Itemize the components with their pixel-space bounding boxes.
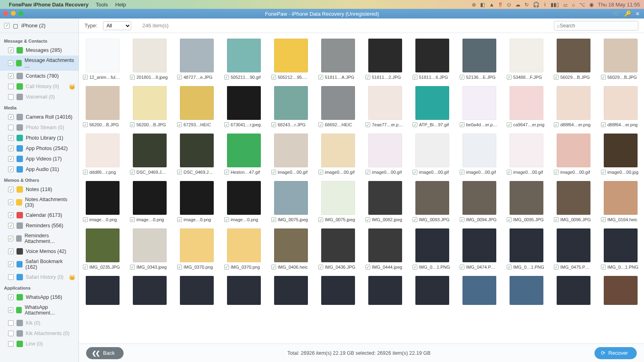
thumbnail-checkbox[interactable] bbox=[554, 122, 559, 127]
thumbnail-image[interactable] bbox=[86, 39, 120, 72]
type-select[interactable]: All bbox=[103, 21, 131, 30]
sidebar-checkbox[interactable] bbox=[8, 135, 14, 141]
sidebar-checkbox[interactable] bbox=[8, 156, 14, 162]
thumbnail-cell[interactable] bbox=[460, 276, 499, 305]
battery-icon[interactable]: ▮▮▯ bbox=[551, 2, 559, 8]
thumbnail-image[interactable] bbox=[274, 39, 308, 72]
thumbnail-checkbox[interactable] bbox=[365, 75, 370, 80]
thumbnail-image[interactable] bbox=[227, 181, 261, 215]
thumbnail-cell[interactable]: ATP_Bi…97.gif bbox=[413, 86, 452, 127]
thumbnail-checkbox[interactable] bbox=[224, 170, 229, 175]
minimize-button[interactable] bbox=[11, 11, 16, 16]
thumbnail-checkbox[interactable] bbox=[83, 265, 88, 269]
thumbnail-cell[interactable] bbox=[271, 276, 310, 305]
thumbnail-cell[interactable]: image0…00.jpg bbox=[601, 134, 640, 175]
thumbnail-image[interactable] bbox=[557, 86, 590, 120]
thumbnail-image[interactable] bbox=[274, 86, 308, 120]
sidebar-checkbox[interactable] bbox=[8, 73, 14, 79]
thumbnail-cell[interactable]: IMG_0474.PNG bbox=[460, 228, 499, 269]
thumbnail-image[interactable] bbox=[180, 86, 214, 120]
thumbnail-cell[interactable] bbox=[413, 276, 452, 305]
thumbnail-cell[interactable]: IMG_0082.jpeg bbox=[365, 181, 405, 222]
thumbnail-image[interactable] bbox=[368, 86, 402, 120]
status-icon[interactable]: ◧ bbox=[480, 2, 485, 8]
menu-help[interactable]: Help bbox=[115, 2, 126, 8]
sidebar-checkbox[interactable] bbox=[8, 94, 14, 100]
sidebar-checkbox[interactable] bbox=[8, 60, 13, 66]
thumbnail-image[interactable] bbox=[557, 39, 590, 72]
thumbnail-image[interactable] bbox=[368, 228, 402, 262]
thumbnail-checkbox[interactable] bbox=[177, 170, 182, 175]
sidebar-checkbox[interactable] bbox=[8, 294, 14, 300]
thumbnail-checkbox[interactable] bbox=[507, 265, 512, 269]
thumbnail-checkbox[interactable] bbox=[413, 122, 417, 127]
wifi-icon[interactable]: ⚍ bbox=[563, 2, 568, 8]
thumbnail-cell[interactable]: IMG_0164.heic bbox=[601, 181, 640, 222]
thumbnail-image[interactable] bbox=[415, 276, 449, 305]
sidebar-item-notesatt[interactable]: Notes Attachments (33) bbox=[0, 195, 78, 210]
thumbnail-image[interactable] bbox=[462, 276, 496, 305]
thumbnail-checkbox[interactable] bbox=[271, 170, 276, 175]
thumbnail-image[interactable] bbox=[557, 228, 590, 262]
thumbnail-cell[interactable] bbox=[554, 276, 593, 305]
thumbnail-image[interactable] bbox=[321, 276, 355, 305]
thumbnail-image[interactable] bbox=[510, 276, 543, 305]
thumbnail-image[interactable] bbox=[604, 86, 638, 120]
thumbnail-image[interactable] bbox=[227, 228, 261, 262]
thumbnail-cell[interactable]: IMG_0343.jpeg bbox=[130, 228, 169, 269]
thumbnail-checkbox[interactable] bbox=[83, 217, 88, 222]
thumbnail-cell[interactable]: IMG_0370.png bbox=[224, 228, 263, 269]
thumbnail-cell[interactable]: image…0.png bbox=[130, 181, 169, 222]
sidebar-list[interactable]: Message & ContactsMessages (285)Message … bbox=[0, 33, 78, 362]
thumbnail-checkbox[interactable] bbox=[83, 170, 88, 175]
thumbnail-cell[interactable]: IMG_0235.JPG bbox=[83, 228, 122, 269]
thumbnail-cell[interactable]: IMG_0444.jpeg bbox=[365, 228, 405, 269]
sidebar-checkbox[interactable] bbox=[8, 84, 14, 89]
thumbnail-image[interactable] bbox=[227, 134, 261, 167]
thumbnail-checkbox[interactable] bbox=[554, 75, 559, 80]
thumbnail-cell[interactable]: IMG_0406.heic bbox=[271, 228, 310, 269]
thumbnail-image[interactable] bbox=[133, 276, 167, 305]
thumbnail-cell[interactable]: 56029…B.JPG bbox=[601, 39, 640, 80]
thumbnail-image[interactable] bbox=[462, 39, 496, 72]
sidebar-checkbox[interactable] bbox=[8, 249, 14, 254]
thumbnail-image[interactable] bbox=[86, 86, 120, 120]
thumbnail-checkbox[interactable] bbox=[507, 75, 512, 80]
thumbnail-cell[interactable]: image…0.png bbox=[177, 181, 216, 222]
sidebar-checkbox[interactable] bbox=[8, 187, 14, 192]
thumbnail-checkbox[interactable] bbox=[271, 265, 276, 269]
thumbnail-cell[interactable] bbox=[224, 276, 263, 305]
status-icon[interactable]: ⊙ bbox=[507, 2, 511, 8]
thumbnail-cell[interactable]: IMG_0093.JPG bbox=[413, 181, 452, 222]
thumbnail-image[interactable] bbox=[604, 228, 638, 262]
thumbnail-checkbox[interactable] bbox=[507, 122, 512, 127]
close-button[interactable] bbox=[3, 11, 8, 16]
thumbnail-cell[interactable] bbox=[83, 276, 122, 305]
sidebar-checkbox[interactable] bbox=[8, 320, 14, 326]
thumbnail-cell[interactable]: image…0.png bbox=[224, 181, 263, 222]
zoom-button[interactable] bbox=[19, 11, 23, 16]
sidebar-checkbox[interactable] bbox=[8, 274, 14, 280]
thumbnail-checkbox[interactable] bbox=[271, 75, 276, 80]
thumbnail-cell[interactable]: image0…00.gif bbox=[413, 134, 452, 175]
app-menu[interactable]: FonePaw iPhone Data Recovery bbox=[9, 2, 89, 8]
thumbnail-image[interactable] bbox=[415, 86, 449, 120]
thumbnail-image[interactable] bbox=[462, 228, 496, 262]
thumbnail-image[interactable] bbox=[180, 228, 214, 262]
thumbnail-image[interactable] bbox=[368, 181, 402, 215]
status-icon[interactable]: 🎧 bbox=[533, 2, 539, 8]
thumbnail-checkbox[interactable] bbox=[460, 217, 464, 222]
spotlight-icon[interactable]: ⌕ bbox=[572, 2, 575, 8]
sidebar-item-reminders[interactable]: Reminders (556) bbox=[0, 220, 78, 231]
sidebar-item-camroll[interactable]: Camera Roll (14016) bbox=[0, 112, 78, 122]
thumbnail-cell[interactable] bbox=[318, 276, 357, 305]
thumbnail-checkbox[interactable] bbox=[460, 122, 464, 127]
thumbnail-cell[interactable]: IMG_0370.png bbox=[177, 228, 216, 269]
thumbnail-checkbox[interactable] bbox=[601, 122, 606, 127]
thumbnail-cell[interactable]: ca9647…er.png bbox=[507, 86, 546, 127]
thumbnail-cell[interactable]: IMG_0075.jpeg bbox=[318, 181, 357, 222]
search-input[interactable] bbox=[560, 23, 636, 29]
thumbnail-checkbox[interactable] bbox=[177, 265, 182, 269]
thumbnail-image[interactable] bbox=[462, 134, 496, 167]
status-icon[interactable]: ☁ bbox=[515, 2, 520, 8]
